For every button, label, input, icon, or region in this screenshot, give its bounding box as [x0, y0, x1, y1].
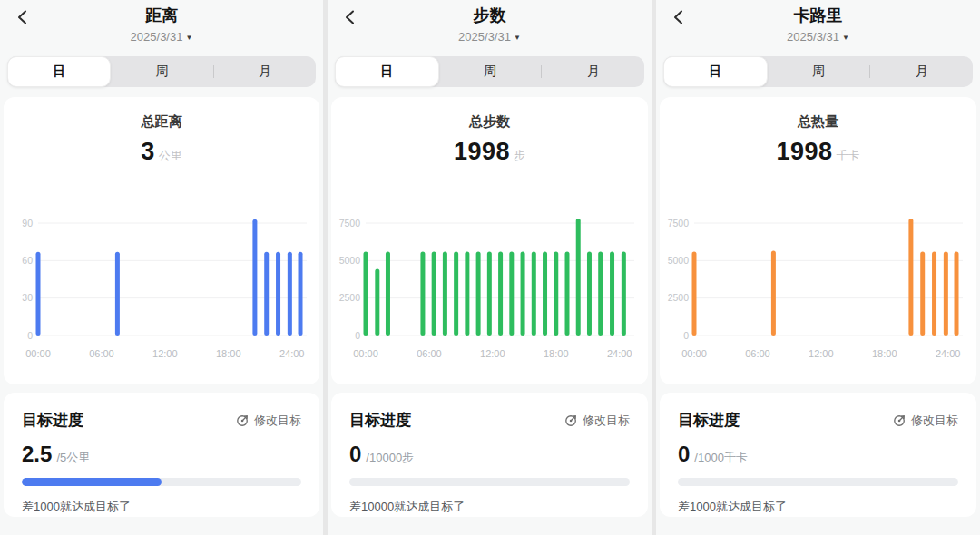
svg-text:2500: 2500: [339, 292, 361, 303]
tab-month[interactable]: 月: [214, 56, 316, 87]
tab-month[interactable]: 月: [870, 56, 973, 87]
back-button[interactable]: [669, 7, 689, 27]
summary-unit: 千卡: [837, 149, 860, 162]
bar-chart-distance: 906030000:0006:0012:0018:0024:00: [4, 199, 319, 381]
page-title: 步数: [328, 5, 652, 25]
svg-text:18:00: 18:00: [544, 348, 569, 359]
svg-text:24:00: 24:00: [607, 348, 632, 359]
summary-label: 总步数: [331, 113, 648, 131]
goal-section-title: 目标进度: [678, 410, 740, 431]
date-text: 2025/3/31: [131, 30, 183, 44]
goal-progress-bar: [678, 478, 958, 486]
svg-text:2500: 2500: [668, 292, 690, 303]
summary-number: 1998: [776, 138, 832, 165]
tab-week[interactable]: 周: [439, 56, 542, 87]
back-button[interactable]: [340, 7, 360, 27]
svg-text:24:00: 24:00: [936, 348, 961, 359]
header-calories: 卡路里 2025/3/31▼: [656, 0, 980, 49]
tab-week[interactable]: 周: [768, 56, 870, 87]
tab-month[interactable]: 月: [542, 56, 644, 87]
goal-progress-fill: [22, 478, 162, 486]
goal-current-value: 2.5: [22, 442, 52, 467]
svg-text:00:00: 00:00: [25, 348, 51, 359]
period-tabs: 日 周 月: [663, 56, 973, 87]
date-selector[interactable]: 2025/3/31▼: [328, 30, 652, 44]
chart-card: 总热量 1998千卡 750050002500000:0006:0012:001…: [660, 97, 976, 384]
svg-text:00:00: 00:00: [353, 348, 378, 359]
panel-distance: 距离 2025/3/31▼ 日 周 月 总距离 3公里 906030000:00…: [0, 0, 323, 535]
goal-current-value: 0: [678, 442, 690, 467]
chart-card: 总步数 1998步 750050002500000:0006:0012:0018…: [331, 97, 648, 384]
chevron-left-icon: [671, 9, 687, 25]
summary-number: 3: [141, 138, 155, 165]
page-title: 卡路里: [656, 5, 980, 25]
tab-day[interactable]: 日: [663, 56, 768, 87]
svg-text:12:00: 12:00: [152, 348, 178, 359]
bar-chart-steps: 750050002500000:0006:0012:0018:0024:00: [331, 199, 647, 381]
edit-goal-icon: [564, 413, 578, 427]
goal-card: 目标进度 修改目标 0 /10000步 差10000就达成目标了: [331, 393, 648, 517]
summary-label: 总热量: [660, 113, 976, 131]
header-distance: 距离 2025/3/31▼: [0, 0, 323, 49]
svg-text:12:00: 12:00: [808, 348, 834, 359]
svg-text:06:00: 06:00: [89, 348, 114, 359]
chart-card: 总距离 3公里 906030000:0006:0012:0018:0024:00: [4, 97, 319, 384]
back-button[interactable]: [13, 7, 33, 27]
date-selector[interactable]: 2025/3/31▼: [0, 30, 323, 44]
summary-unit: 公里: [159, 149, 182, 162]
svg-text:18:00: 18:00: [872, 348, 897, 359]
summary-value: 1998千卡: [660, 138, 976, 166]
period-tabs: 日 周 月: [7, 56, 316, 87]
caret-down-icon: ▼: [185, 34, 192, 42]
summary-label: 总距离: [4, 113, 319, 131]
svg-text:7500: 7500: [339, 218, 361, 229]
page-title: 距离: [0, 5, 323, 25]
svg-text:06:00: 06:00: [745, 348, 770, 359]
edit-goal-icon: [893, 413, 906, 427]
summary-number: 1998: [454, 138, 510, 165]
date-selector[interactable]: 2025/3/31▼: [656, 30, 980, 44]
edit-goal-button[interactable]: 修改目标: [893, 413, 958, 429]
svg-text:60: 60: [22, 255, 33, 266]
svg-text:06:00: 06:00: [416, 348, 442, 359]
summary-unit: 步: [514, 149, 525, 162]
goal-section-title: 目标进度: [22, 410, 83, 431]
edit-goal-label: 修改目标: [583, 413, 630, 429]
caret-down-icon: ▼: [514, 34, 521, 42]
svg-text:30: 30: [22, 292, 33, 303]
date-text: 2025/3/31: [787, 30, 839, 44]
svg-text:5000: 5000: [339, 255, 361, 266]
goal-hint: 差1000就达成目标了: [678, 499, 958, 515]
edit-goal-icon: [236, 413, 250, 427]
svg-text:0: 0: [355, 330, 360, 341]
edit-goal-button[interactable]: 修改目标: [564, 413, 630, 429]
period-tabs: 日 周 月: [335, 56, 644, 87]
goal-hint: 差1000就达成目标了: [22, 499, 301, 515]
goal-hint: 差10000就达成目标了: [349, 499, 630, 515]
goal-target-value: /5公里: [56, 450, 90, 466]
goal-card: 目标进度 修改目标 2.5 /5公里 差1000就达成目标了: [4, 393, 319, 517]
edit-goal-label: 修改目标: [254, 413, 301, 429]
svg-text:0: 0: [27, 330, 33, 341]
tab-day[interactable]: 日: [335, 56, 439, 87]
panel-steps: 步数 2025/3/31▼ 日 周 月 总步数 1998步 7500500025…: [328, 0, 652, 535]
goal-card: 目标进度 修改目标 0 /1000千卡 差1000就达成目标了: [660, 393, 976, 517]
date-text: 2025/3/31: [458, 30, 511, 44]
edit-goal-button[interactable]: 修改目标: [236, 413, 301, 429]
bar-chart-calories: 750050002500000:0006:0012:0018:0024:00: [660, 199, 975, 381]
svg-text:5000: 5000: [668, 255, 690, 266]
edit-goal-label: 修改目标: [911, 413, 958, 429]
chevron-left-icon: [15, 9, 31, 25]
svg-text:90: 90: [22, 218, 33, 229]
summary-value: 3公里: [4, 138, 319, 166]
svg-text:12:00: 12:00: [480, 348, 505, 359]
goal-target-value: /10000步: [366, 450, 414, 466]
svg-text:24:00: 24:00: [279, 348, 305, 359]
fitness-app: 距离 2025/3/31▼ 日 周 月 总距离 3公里 906030000:00…: [0, 0, 980, 535]
tab-week[interactable]: 周: [111, 56, 212, 87]
caret-down-icon: ▼: [842, 34, 849, 42]
svg-text:00:00: 00:00: [681, 348, 707, 359]
tab-day[interactable]: 日: [7, 56, 111, 87]
goal-target-value: /1000千卡: [694, 450, 748, 466]
svg-text:18:00: 18:00: [216, 348, 241, 359]
